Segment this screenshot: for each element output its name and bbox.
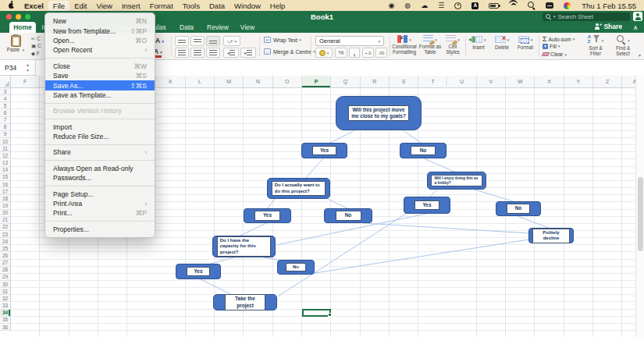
tab-view[interactable]: View: [237, 22, 258, 33]
row-header-11[interactable]: 11: [0, 145, 11, 152]
row-header-23[interactable]: 23: [0, 231, 11, 238]
increase-indent-button[interactable]: ▸: [240, 48, 256, 58]
column-header-x[interactable]: X: [535, 76, 564, 88]
column-header-k[interactable]: K: [157, 76, 186, 88]
column-header-y[interactable]: Y: [564, 76, 593, 88]
row-header-5[interactable]: 5: [0, 102, 11, 109]
wrap-text-button[interactable]: ↩ Wrap Text▾: [264, 37, 301, 43]
align-center-button[interactable]: [190, 48, 205, 58]
file-menu-item-new-from-template[interactable]: New from Template...⇧⌘P: [45, 26, 155, 35]
column-header-n[interactable]: N: [244, 76, 272, 88]
align-middle-button[interactable]: [190, 36, 205, 46]
menubar-item-tools[interactable]: Tools: [178, 1, 205, 11]
flowchart-node-yes[interactable]: Yes: [404, 197, 450, 214]
camera-dot-icon[interactable]: ◉: [388, 2, 394, 9]
flowchart-node-yes[interactable]: Yes: [176, 264, 221, 279]
flowchart-node-yes[interactable]: Yes: [244, 208, 291, 223]
share-button[interactable]: + Share: [593, 23, 622, 30]
swirl-icon[interactable]: ◍: [404, 2, 411, 9]
row-header-19[interactable]: 19: [0, 202, 11, 209]
delete-cells-button[interactable]: ▾ Delete: [492, 36, 512, 50]
column-header-l[interactable]: L: [186, 76, 215, 88]
row-header-34[interactable]: 34: [0, 310, 11, 317]
comma-format-button[interactable]: ,: [349, 48, 360, 58]
conditional-formatting-button[interactable]: ▾ Conditional Formatting: [392, 35, 417, 55]
file-menu-item-share[interactable]: Share›: [45, 147, 155, 157]
column-header-m[interactable]: M: [215, 76, 244, 88]
selected-cell[interactable]: [302, 309, 331, 317]
row-header-10[interactable]: 10: [0, 138, 11, 145]
flowchart-node-no[interactable]: No: [400, 143, 447, 158]
file-menu-item-close[interactable]: Close⌘W: [45, 62, 155, 71]
ribbon-overflow-chevron-icon[interactable]: ▾: [639, 52, 641, 58]
menubar-item-file[interactable]: File: [48, 1, 69, 11]
clear-button[interactable]: Clear▾: [543, 51, 567, 57]
vertical-scrollbar[interactable]: [635, 76, 644, 337]
tab-data[interactable]: Data: [176, 22, 197, 33]
cell-styles-button[interactable]: ▾ Cell Styles: [442, 35, 464, 55]
column-header-f[interactable]: F: [11, 76, 40, 88]
file-menu-item-new[interactable]: New⌘N: [45, 16, 155, 26]
play-circle-icon[interactable]: [454, 2, 461, 9]
flowchart-node-politely-decline[interactable]: Politely decline: [528, 228, 574, 243]
flowchart-node-do-i-have-the-capacity-for-this-project[interactable]: Do I have the capacity for this project?: [212, 236, 276, 257]
sort-filter-button[interactable]: AZ▾ Sort & Filter: [584, 35, 607, 56]
menubar-item-help[interactable]: Help: [265, 1, 290, 11]
row-header-20[interactable]: 20: [0, 210, 11, 217]
file-menu-item-open[interactable]: Open...⌘O: [45, 36, 155, 45]
flowchart-node-no[interactable]: No: [324, 208, 372, 223]
file-menu-item-print[interactable]: Print...⌘P: [45, 208, 155, 218]
row-header-8[interactable]: 8: [0, 124, 11, 131]
tab-home[interactable]: Home: [9, 22, 36, 33]
row-header-22[interactable]: 22: [0, 224, 11, 231]
menubar-item-insert[interactable]: Insert: [117, 1, 145, 11]
autosum-button[interactable]: ΣAuto-sum▾: [543, 35, 575, 43]
file-menu-item-passwords[interactable]: Passwords...: [45, 173, 155, 183]
flowchart-node-will-i-enjoy-doing-this-as-a-hobby[interactable]: Will I enjoy doing this as a hobby?: [427, 172, 486, 190]
battery-icon[interactable]: [489, 3, 499, 9]
menubar-item-excel[interactable]: Excel: [20, 1, 48, 11]
file-menu-item-page-setup[interactable]: Page Setup...: [45, 189, 155, 198]
row-header-3[interactable]: 3: [0, 88, 11, 95]
flowchart-node-yes[interactable]: Yes: [301, 143, 347, 158]
align-bottom-button[interactable]: [206, 36, 220, 46]
row-header-30[interactable]: 30: [0, 281, 11, 288]
search-sheet-field[interactable]: ▾ Search Sheet: [543, 12, 630, 21]
row-header-29[interactable]: 29: [0, 274, 11, 281]
flowchart-node-do-i-actually-want-to-do-this-project[interactable]: Do I actually want to do this project?: [267, 178, 330, 199]
format-as-table-button[interactable]: ▾ Format as Table: [418, 35, 442, 55]
colour-wheel-icon[interactable]: [564, 2, 571, 9]
decrease-indent-button[interactable]: ◂: [223, 48, 239, 58]
find-select-button[interactable]: ▾ Find & Select: [611, 35, 635, 56]
row-header-18[interactable]: 18: [0, 195, 11, 202]
menubar-item-format[interactable]: Format: [145, 1, 178, 11]
flowchart-node-will-this-project-move-me-close-to-my-goals[interactable]: Will this project move me close to my go…: [336, 96, 422, 130]
row-header-12[interactable]: 12: [0, 152, 11, 159]
column-header-p[interactable]: P: [302, 76, 331, 88]
increase-decimal-button[interactable]: +.0: [362, 48, 374, 58]
row-header-25[interactable]: 25: [0, 245, 11, 252]
currency-format-button[interactable]: ▾: [315, 48, 333, 58]
file-menu-item-open-recent[interactable]: Open Recent›: [45, 45, 155, 55]
row-header-31[interactable]: 31: [0, 288, 11, 295]
percent-format-button[interactable]: %: [335, 48, 347, 58]
column-header-o[interactable]: O: [273, 76, 302, 88]
column-header-w[interactable]: W: [506, 76, 535, 88]
menubar-item-window[interactable]: Window: [229, 1, 265, 11]
row-header-35[interactable]: 35: [0, 317, 11, 324]
fill-button[interactable]: ▼Fill▾: [543, 44, 560, 49]
a-badge-icon[interactable]: A: [471, 2, 479, 9]
align-left-button[interactable]: [175, 48, 189, 58]
flowchart-node-take-the-project[interactable]: Take the project: [213, 294, 277, 310]
format-cells-button[interactable]: ▾ Format: [515, 36, 535, 50]
decrease-decimal-button[interactable]: .00: [375, 48, 387, 58]
merge-centre-button[interactable]: ↔ Merge & Centre▾: [264, 48, 315, 55]
name-box-stepper[interactable]: ▲▼: [26, 62, 30, 73]
row-header-26[interactable]: 26: [0, 252, 11, 259]
column-header-s[interactable]: S: [390, 76, 418, 88]
select-all-corner[interactable]: [0, 76, 11, 88]
file-menu-item-print-area[interactable]: Print Area›: [45, 199, 155, 208]
row-header-32[interactable]: 32: [0, 295, 11, 302]
menubar-item-edit[interactable]: Edit: [69, 1, 91, 11]
file-menu-item-save-as-template[interactable]: Save as Template...: [45, 90, 155, 100]
